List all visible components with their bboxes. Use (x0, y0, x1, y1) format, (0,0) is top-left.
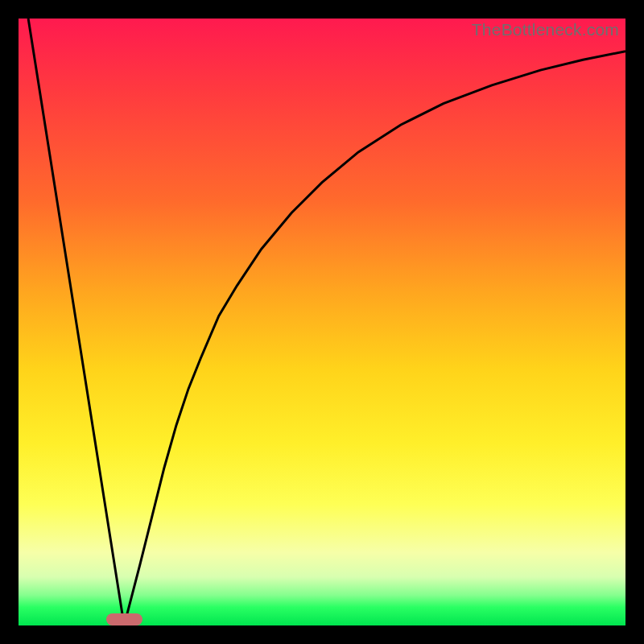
chart-frame: TheBottleneck.com (0, 0, 644, 644)
curve-path (28, 19, 625, 625)
watermark-text: TheBottleneck.com (472, 20, 619, 39)
minimum-marker (106, 613, 142, 625)
plot-area: TheBottleneck.com (19, 19, 625, 625)
bottleneck-curve (19, 19, 625, 625)
